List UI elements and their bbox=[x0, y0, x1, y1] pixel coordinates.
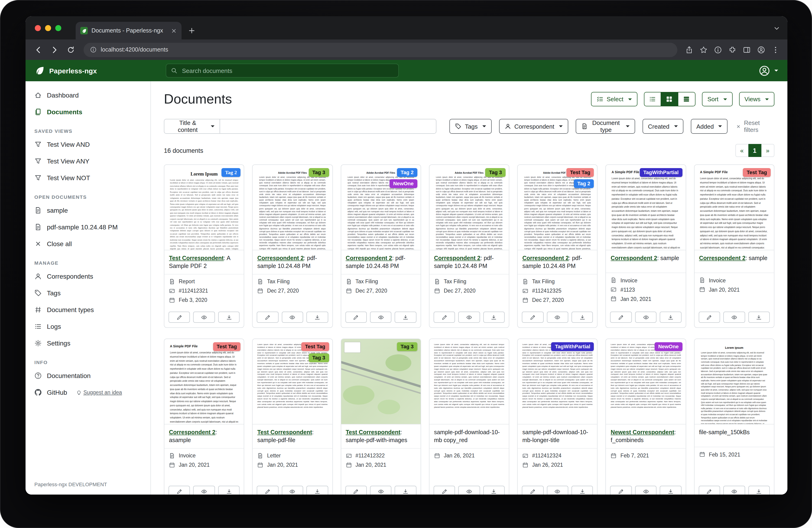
sidebar-item[interactable]: Close all bbox=[26, 236, 150, 252]
preview-button[interactable] bbox=[459, 312, 480, 323]
filter-button[interactable]: Created bbox=[642, 119, 683, 134]
filter-button[interactable]: Added bbox=[691, 119, 728, 134]
document-card[interactable]: NewOne Lorem ipsum dolor sit amet, conse… bbox=[606, 339, 686, 495]
document-thumbnail[interactable]: Tag 2 NewOne Adobe Acrobat PDF Files Lor… bbox=[341, 165, 421, 250]
tag-badge[interactable]: Test Tag bbox=[301, 342, 329, 351]
browser-tab[interactable]: Documents - Paperless-ngx bbox=[76, 22, 182, 40]
document-card[interactable]: Tag 3 Adobe Acrobat PDF Files Lorem ipsu… bbox=[252, 165, 333, 328]
tag-badge[interactable]: Test Tag bbox=[566, 168, 594, 177]
preview-button[interactable] bbox=[635, 312, 657, 323]
edit-button[interactable] bbox=[698, 486, 720, 495]
document-thumbnail[interactable]: Test Tag A Simple PDF File Lorem ipsum d… bbox=[694, 165, 774, 250]
preview-button[interactable] bbox=[635, 486, 657, 495]
sidebar-item[interactable]: Settings bbox=[26, 335, 150, 352]
edit-button[interactable] bbox=[610, 486, 632, 495]
panel-icon[interactable] bbox=[743, 46, 751, 54]
document-card[interactable]: Test Tag A Simple PDF File Lorem ipsum d… bbox=[694, 165, 774, 328]
share-icon[interactable] bbox=[685, 46, 693, 54]
download-button[interactable] bbox=[306, 312, 328, 323]
tag-badge[interactable]: Tag 2 bbox=[221, 168, 241, 177]
document-card[interactable]: Test Tag Tag 2 Adobe Acrobat PDF Files L… bbox=[517, 165, 598, 328]
document-thumbnail[interactable]: TagWithPartial A Simple PDF File Lorem i… bbox=[606, 165, 686, 250]
download-button[interactable] bbox=[748, 486, 770, 495]
forward-button[interactable] bbox=[50, 46, 58, 54]
edit-button[interactable] bbox=[698, 312, 720, 323]
search-input[interactable] bbox=[181, 67, 394, 74]
preview-button[interactable] bbox=[723, 312, 745, 323]
download-button[interactable] bbox=[395, 486, 417, 495]
download-button[interactable] bbox=[483, 486, 505, 495]
preview-button[interactable] bbox=[193, 312, 215, 323]
info-icon[interactable] bbox=[714, 46, 722, 54]
reload-button[interactable] bbox=[67, 46, 75, 54]
edit-button[interactable] bbox=[169, 486, 190, 495]
document-thumbnail[interactable]: Test Tag Tag 3 Lorem ipsum dolor sit ame… bbox=[253, 339, 332, 425]
tag-badge[interactable]: Tag 2 bbox=[397, 168, 417, 177]
suggest-idea-link[interactable]: Suggest an idea bbox=[76, 390, 122, 395]
prev-page-button[interactable]: « bbox=[735, 144, 749, 157]
preview-button[interactable] bbox=[547, 312, 568, 323]
document-card[interactable]: TagWithPartial Lorem ipsum dolor sit ame… bbox=[517, 339, 598, 495]
sidebar-item[interactable]: Logs bbox=[26, 318, 150, 335]
sidebar-item[interactable]: Correspondents bbox=[26, 268, 150, 285]
document-thumbnail[interactable]: Test Tag Tag 2 Adobe Acrobat PDF Files L… bbox=[518, 165, 597, 250]
sidebar-item[interactable]: pdf-sample 10.24.48 PM bbox=[26, 219, 150, 236]
tag-badge[interactable]: Tag 2 bbox=[574, 179, 594, 188]
edit-button[interactable] bbox=[257, 312, 278, 323]
preview-button[interactable] bbox=[723, 486, 745, 495]
filter-button[interactable]: Tags bbox=[450, 119, 492, 134]
edit-button[interactable] bbox=[345, 312, 367, 323]
correspondent-link[interactable]: Test Correspondent bbox=[258, 429, 312, 436]
document-card[interactable]: Tag 2 Lorem Ipsum Lorem ipsum dolor sit … bbox=[164, 165, 244, 328]
document-card[interactable]: Test Tag A Simple PDF File Lorem ipsum d… bbox=[164, 339, 244, 495]
sidebar-item[interactable]: Document types bbox=[26, 301, 150, 318]
address-bar[interactable]: localhost:4200/documents bbox=[84, 42, 677, 57]
correspondent-link[interactable]: Correspondent 2 bbox=[346, 255, 392, 261]
site-info-icon[interactable] bbox=[90, 46, 97, 53]
filter-query-input[interactable] bbox=[220, 119, 436, 134]
document-card[interactable]: Tag 2 NewOne Adobe Acrobat PDF Files Lor… bbox=[340, 165, 421, 328]
document-thumbnail[interactable]: Tag 2 Lorem Ipsum Lorem ipsum dolor sit … bbox=[164, 165, 244, 250]
document-thumbnail[interactable]: Test Tag A Simple PDF File Lorem ipsum d… bbox=[164, 339, 244, 425]
document-thumbnail[interactable]: Lorem ipsum Lorem ipsum dolor sit amet, … bbox=[694, 339, 774, 425]
edit-button[interactable] bbox=[257, 486, 278, 495]
document-thumbnail[interactable]: Tag 3 Adobe Acrobat PDF Files Lorem ipsu… bbox=[253, 165, 332, 250]
edit-button[interactable] bbox=[345, 486, 367, 495]
tag-badge[interactable]: Test Tag bbox=[213, 342, 241, 351]
tag-badge[interactable]: Tag 3 bbox=[308, 168, 329, 177]
document-card[interactable]: Test Tag Tag 3 Lorem ipsum dolor sit ame… bbox=[252, 339, 333, 495]
preview-button[interactable] bbox=[281, 486, 303, 495]
download-button[interactable] bbox=[395, 312, 417, 323]
correspondent-link[interactable]: Correspondent 2 bbox=[699, 255, 745, 261]
document-thumbnail[interactable]: NewOne Lorem ipsum dolor sit amet, conse… bbox=[606, 339, 686, 425]
correspondent-link[interactable]: Test Correspondent bbox=[346, 429, 401, 436]
correspondent-link[interactable]: Correspondent 2 bbox=[169, 429, 215, 436]
star-icon[interactable] bbox=[700, 46, 708, 54]
view-table-button[interactable] bbox=[678, 92, 695, 106]
document-thumbnail[interactable]: Lorem ipsum dolor sit amet, consectetur … bbox=[430, 339, 509, 425]
edit-button[interactable] bbox=[434, 486, 455, 495]
sort-button[interactable]: Sort bbox=[702, 92, 733, 106]
sidebar-item[interactable]: sample bbox=[26, 202, 150, 219]
sidebar-item[interactable]: Documents bbox=[26, 103, 150, 120]
sidebar-item[interactable]: Test View AND bbox=[26, 136, 150, 153]
document-thumbnail[interactable]: Tag 3 Lorem ipsum dolor sit amet, consec… bbox=[341, 339, 421, 425]
window-zoom-button[interactable] bbox=[55, 25, 61, 31]
tag-badge[interactable]: TagWithPartial bbox=[551, 342, 594, 351]
user-menu[interactable] bbox=[759, 65, 778, 76]
correspondent-link[interactable]: Newest Correspondent bbox=[611, 429, 675, 436]
preview-button[interactable] bbox=[459, 486, 480, 495]
global-search[interactable] bbox=[166, 63, 399, 77]
tag-badge[interactable]: NewOne bbox=[390, 179, 417, 188]
views-button[interactable]: Views bbox=[739, 92, 774, 106]
tag-badge[interactable]: Test Tag bbox=[743, 168, 771, 177]
download-button[interactable] bbox=[571, 486, 593, 495]
preview-button[interactable] bbox=[370, 312, 392, 323]
correspondent-link[interactable]: Correspondent 2 bbox=[258, 255, 304, 261]
document-card[interactable]: Tag 3 Adobe Acrobat PDF Files Lorem ipsu… bbox=[429, 165, 509, 328]
tag-badge[interactable]: TagWithPartial bbox=[639, 168, 682, 177]
sidebar-item[interactable]: Test View NOT bbox=[26, 170, 150, 186]
sidebar-item[interactable]: Tags bbox=[26, 285, 150, 301]
correspondent-link[interactable]: Correspondent 2 bbox=[611, 255, 657, 261]
edit-button[interactable] bbox=[610, 312, 632, 323]
